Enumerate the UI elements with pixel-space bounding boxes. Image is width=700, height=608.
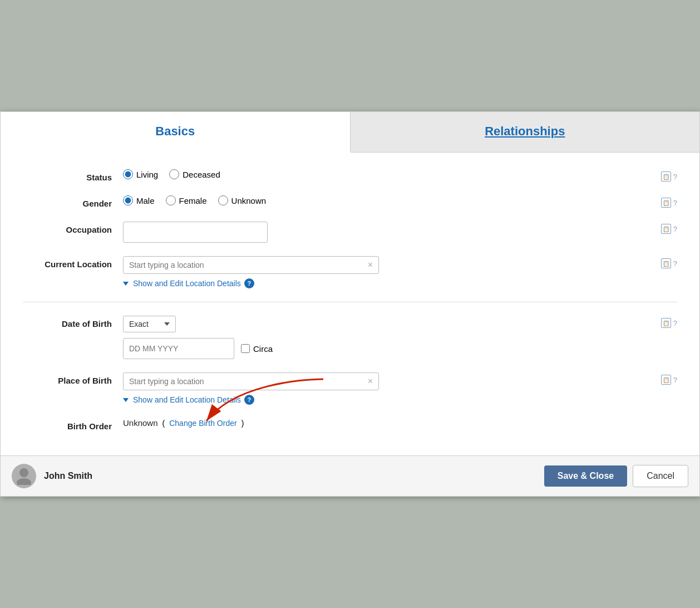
current-location-input-row[interactable]: × <box>123 256 379 274</box>
status-radio-group: Living Deceased <box>123 169 220 179</box>
place-of-birth-label: Place of Birth <box>23 372 123 385</box>
tab-basics-label: Basics <box>155 124 195 138</box>
dob-date-input[interactable] <box>123 338 234 359</box>
gender-unknown-option[interactable]: Unknown <box>218 195 267 205</box>
place-of-birth-clear-icon[interactable]: × <box>368 376 373 386</box>
cancel-button[interactable]: Cancel <box>633 465 688 487</box>
birth-order-row: Birth Order Unknown ( Change Birth Order… <box>23 418 677 431</box>
change-birth-order-label: Change Birth Order <box>169 419 236 428</box>
dob-help: 📋 ? <box>661 316 677 328</box>
dob-controls: Exact About Before After Between Circa <box>123 316 661 359</box>
status-living-label: Living <box>136 170 158 179</box>
person-avatar <box>12 464 36 488</box>
person-name: John Smith <box>44 471 544 481</box>
status-help: 📋 ? <box>661 169 677 182</box>
svg-point-1 <box>19 468 28 477</box>
birth-order-label: Birth Order <box>23 418 123 431</box>
dialog: Basics Relationships Status Living Decea… <box>0 111 700 497</box>
occupation-input[interactable] <box>123 222 268 243</box>
gender-female-option[interactable]: Female <box>166 195 207 205</box>
status-row: Status Living Deceased 📋 ? <box>23 169 677 182</box>
dob-label: Date of Birth <box>23 316 123 328</box>
status-help-q-icon: ? <box>673 173 677 181</box>
gender-help: 📋 ? <box>661 195 677 208</box>
place-of-birth-help-doc-icon: 📋 <box>661 375 671 385</box>
gender-help-q-icon: ? <box>673 199 677 207</box>
status-deceased-label: Deceased <box>183 170 220 179</box>
current-location-help-circle-icon: ? <box>244 278 254 288</box>
birth-order-controls: Unknown ( Change Birth Order ) <box>123 418 677 428</box>
gender-radio-group: Male Female Unknown <box>123 195 266 205</box>
tabs-bar: Basics Relationships <box>1 112 699 153</box>
place-of-birth-help: 📋 ? <box>661 372 677 385</box>
place-of-birth-show-edit-label: Show and Edit Location Details <box>133 395 241 404</box>
current-location-input[interactable] <box>129 261 368 269</box>
gender-unknown-radio[interactable] <box>218 195 228 205</box>
place-of-birth-help-circle-icon: ? <box>244 395 254 405</box>
current-location-chevron-icon <box>123 282 129 286</box>
place-of-birth-wrap: × Show and Edit Location Details ? <box>123 372 379 405</box>
circa-wrap[interactable]: Circa <box>241 344 273 354</box>
occupation-help-doc-icon: 📋 <box>661 224 671 234</box>
cancel-label: Cancel <box>647 471 674 480</box>
status-controls: Living Deceased <box>123 169 661 179</box>
dob-help-doc-icon: 📋 <box>661 318 671 328</box>
current-location-show-edit-link[interactable]: Show and Edit Location Details ? <box>123 278 379 288</box>
dob-help-q-icon: ? <box>673 319 677 327</box>
gender-row: Gender Male Female Unknown <box>23 195 677 208</box>
svg-point-2 <box>17 478 31 485</box>
status-help-doc-icon: 📋 <box>661 171 671 182</box>
occupation-help: 📋 ? <box>661 222 677 234</box>
current-location-controls: × Show and Edit Location Details ? <box>123 256 661 288</box>
status-deceased-option[interactable]: Deceased <box>169 169 220 179</box>
status-living-radio[interactable] <box>123 169 133 179</box>
place-of-birth-show-edit-link[interactable]: Show and Edit Location Details ? <box>123 395 379 405</box>
current-location-help-doc-icon: 📋 <box>661 258 671 268</box>
gender-male-radio[interactable] <box>123 195 133 205</box>
place-of-birth-help-q-icon: ? <box>673 376 677 384</box>
place-of-birth-row: Place of Birth × Show and Edit Location … <box>23 372 677 405</box>
gender-male-option[interactable]: Male <box>123 195 155 205</box>
gender-male-label: Male <box>136 196 155 205</box>
occupation-controls <box>123 222 661 243</box>
gender-help-doc-icon: 📋 <box>661 198 671 208</box>
current-location-help: 📋 ? <box>661 256 677 268</box>
gender-unknown-label: Unknown <box>231 196 267 205</box>
circa-label: Circa <box>253 344 273 354</box>
circa-checkbox[interactable] <box>241 344 250 353</box>
current-location-show-edit-label: Show and Edit Location Details <box>133 279 241 288</box>
birth-order-section: Unknown ( Change Birth Order ) <box>123 418 244 428</box>
occupation-label: Occupation <box>23 222 123 234</box>
section-divider <box>23 302 677 302</box>
place-of-birth-input-row[interactable]: × <box>123 372 379 390</box>
gender-female-label: Female <box>179 196 207 205</box>
current-location-help-q-icon: ? <box>673 259 677 268</box>
occupation-row: Occupation 📋 ? <box>23 222 677 243</box>
status-deceased-radio[interactable] <box>169 169 179 179</box>
form-content: Status Living Deceased 📋 ? <box>1 153 699 455</box>
gender-controls: Male Female Unknown <box>123 195 661 205</box>
status-label: Status <box>23 169 123 182</box>
birth-order-value: Unknown <box>123 418 158 428</box>
dob-row: Date of Birth Exact About Before After B… <box>23 316 677 359</box>
avatar-icon <box>16 467 32 485</box>
tab-relationships[interactable]: Relationships <box>351 112 700 152</box>
current-location-clear-icon[interactable]: × <box>368 260 373 270</box>
birth-order-parens-open: ( <box>162 419 165 428</box>
dialog-footer: John Smith Save & Close Cancel <box>1 455 699 496</box>
current-location-label: Current Location <box>23 256 123 269</box>
occupation-help-q-icon: ? <box>673 225 677 233</box>
save-close-button[interactable]: Save & Close <box>544 465 627 487</box>
tab-basics[interactable]: Basics <box>1 112 351 153</box>
gender-female-radio[interactable] <box>166 195 176 205</box>
place-of-birth-input[interactable] <box>129 377 368 386</box>
place-of-birth-chevron-icon <box>123 398 129 402</box>
current-location-wrap: × Show and Edit Location Details ? <box>123 256 379 288</box>
change-birth-order-link[interactable]: Change Birth Order <box>169 419 236 428</box>
status-living-option[interactable]: Living <box>123 169 158 179</box>
dob-date-row: Circa <box>123 338 273 359</box>
gender-label: Gender <box>23 195 123 208</box>
dob-type-select[interactable]: Exact About Before After Between <box>123 316 176 332</box>
birth-order-parens-close: ) <box>241 419 244 428</box>
current-location-row: Current Location × Show and Edit Locatio… <box>23 256 677 288</box>
